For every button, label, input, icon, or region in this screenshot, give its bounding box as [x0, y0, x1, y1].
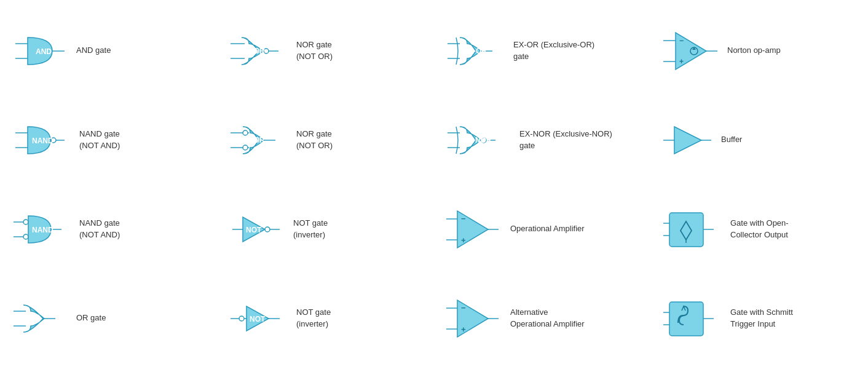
svg-text:EX-OR: EX-OR [464, 47, 487, 55]
svg-point-44 [23, 220, 28, 224]
svg-text:EX-NOR: EX-NOR [463, 136, 492, 145]
opencollector-label: Gate with Open-Collector Output [730, 218, 792, 240]
nand1-label: NAND gate(NOT AND) [79, 129, 141, 151]
svg-text:OR: OR [29, 315, 40, 323]
svg-text:AND: AND [36, 47, 52, 56]
not2-label: NOT gate(inverter) [296, 307, 358, 329]
opamp-symbol: − + [446, 208, 502, 251]
svg-point-28 [243, 130, 248, 135]
svg-point-29 [243, 145, 248, 150]
cell-nor1: NOR NOR gate(NOT OR) [217, 6, 434, 95]
svg-marker-40 [674, 127, 701, 154]
cell-not1: NOT NOT gate(inverter) [217, 184, 434, 274]
altopamp-label: AlternativeOperational Amplifier [510, 307, 585, 329]
schmitt-symbol [663, 297, 722, 340]
exor-gate-symbol: EX-OR [446, 33, 505, 69]
cell-exor: EX-OR EX-OR (Exclusive-OR)gate [434, 6, 651, 95]
cell-opamp: − + Operational Amplifier [434, 184, 651, 274]
nor-gate-symbol: NOR [229, 33, 288, 69]
buffer-symbol [663, 122, 712, 159]
not1-label: NOT gate(inverter) [293, 218, 355, 240]
altopamp-symbol: − + [446, 297, 502, 340]
svg-point-45 [23, 234, 28, 239]
svg-text:+: + [461, 325, 466, 334]
exnor-label: EX-NOR (Exclusive-NOR)gate [519, 129, 612, 151]
svg-point-50 [265, 227, 270, 232]
svg-text:+: + [461, 236, 466, 245]
svg-text:−: − [461, 214, 466, 223]
cell-and: AND AND gate [0, 6, 217, 95]
cell-nor2: NOR NOR gate(NOT OR) [217, 95, 434, 184]
svg-point-70 [239, 316, 244, 321]
buffer-label: Buffer [721, 134, 783, 145]
svg-text:NAND: NAND [32, 137, 53, 145]
norton-symbol: − + [663, 30, 719, 73]
and-gate-symbol: AND [12, 33, 68, 69]
cell-nand2: NAND NAND gate(NOT AND) [0, 184, 217, 274]
svg-text:NOR: NOR [248, 136, 265, 145]
svg-text:−: − [461, 303, 466, 312]
svg-text:NOT: NOT [246, 226, 262, 234]
exor-label: EX-OR (Exclusive-OR)gate [513, 39, 594, 62]
cell-nand1: NAND NAND gate(NOT AND) [0, 95, 217, 184]
svg-text:NOT: NOT [250, 315, 266, 323]
cell-opencollector: Gate with Open-Collector Output [651, 184, 868, 274]
cell-schmitt: Gate with SchmittTrigger Input [651, 274, 868, 363]
nor2-gate-symbol: NOR [229, 122, 288, 159]
cell-altopamp: − + AlternativeOperational Amplifier [434, 274, 651, 363]
and-label: AND gate [76, 45, 138, 56]
nand2-label: NAND gate(NOT AND) [79, 218, 141, 240]
cell-norton: − + Norton op-amp [651, 6, 868, 95]
not2-gate-symbol: NOT [229, 300, 288, 337]
svg-text:+: + [679, 57, 684, 66]
svg-text:−: − [679, 36, 684, 45]
exnor-gate-symbol: EX-NOR [446, 122, 511, 159]
norton-label: Norton op-amp [727, 45, 789, 56]
or-label: OR gate [76, 312, 138, 323]
or-gate-symbol: OR [12, 300, 68, 337]
opamp-label: Operational Amplifier [510, 223, 585, 234]
cell-buffer: Buffer [651, 95, 868, 184]
svg-text:NAND: NAND [32, 226, 53, 234]
nor2-label: NOR gate(NOT OR) [296, 129, 358, 151]
nand2-gate-symbol: NAND [12, 211, 71, 248]
schmitt-label: Gate with SchmittTrigger Input [730, 307, 793, 329]
svg-text:NOR: NOR [248, 47, 265, 55]
cell-not2: NOT NOT gate(inverter) [217, 274, 434, 363]
not1-gate-symbol: NOT [229, 211, 285, 248]
nand-gate-symbol: NAND [12, 122, 71, 159]
nor1-label: NOR gate(NOT OR) [296, 39, 358, 62]
cell-exnor: EX-NOR EX-NOR (Exclusive-NOR)gate [434, 95, 651, 184]
cell-or: OR OR gate [0, 274, 217, 363]
opencollector-symbol [663, 208, 722, 251]
main-grid: AND AND gate NOR NOR gate(NOT OR) [0, 0, 868, 369]
